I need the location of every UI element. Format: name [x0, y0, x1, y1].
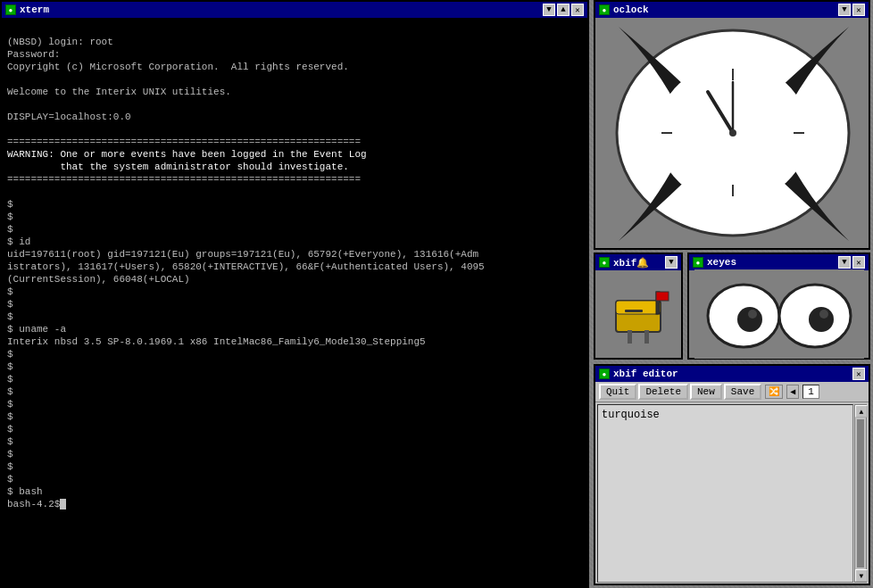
editor-scrollbar: ▲ ▼: [854, 404, 867, 583]
scrollbar-down-btn[interactable]: ▼: [855, 569, 868, 582]
svg-rect-17: [644, 330, 649, 344]
xeyes-body: [689, 270, 869, 358]
editor-window: ● xbif editor ✕ Quit Delete New Save 🔀 ◀…: [594, 364, 870, 585]
editor-close-btn[interactable]: ✕: [852, 368, 865, 380]
xterm-minimize-btn[interactable]: ▼: [543, 4, 555, 16]
entry-counter: 1: [802, 385, 819, 399]
editor-title: xbif editor: [613, 369, 678, 379]
editor-toolbar: Quit Delete New Save 🔀 ◀ 1: [595, 382, 869, 402]
clock-svg: [601, 18, 864, 248]
xbiff-title: xbif🔔: [613, 257, 649, 269]
svg-point-24: [819, 310, 828, 319]
new-button[interactable]: New: [690, 384, 722, 400]
xbiff-title-icon: ●: [599, 257, 610, 268]
oclock-title-icon: ●: [599, 4, 610, 15]
quit-button[interactable]: Quit: [599, 384, 636, 400]
svg-rect-15: [625, 310, 643, 312]
xeyes-svg: [694, 269, 864, 359]
editor-content: turquoise: [602, 409, 660, 421]
oclock-title: oclock: [613, 4, 649, 15]
editor-title-icon: ●: [599, 369, 610, 379]
oclock-iconify-btn[interactable]: ▼: [838, 4, 851, 16]
xterm-window: ● xterm ▼ ▲ ✕ (NBSD) login: root Passwor…: [0, 0, 589, 588]
xterm-title-icon: ●: [5, 4, 16, 15]
xeyes-close-btn[interactable]: ✕: [852, 256, 865, 269]
svg-rect-16: [628, 330, 632, 344]
xeyes-iconify-btn[interactable]: ▼: [838, 256, 851, 269]
save-button[interactable]: Save: [724, 384, 761, 400]
xterm-close-btn[interactable]: ✕: [571, 4, 584, 16]
xbiff-titlebar: ● xbif🔔 ▼: [595, 254, 681, 270]
svg-point-22: [748, 310, 757, 319]
xeyes-window: ● xeyes ▼ ✕: [687, 253, 870, 360]
clock-body: [595, 18, 869, 248]
delete-button[interactable]: Delete: [638, 384, 688, 400]
xterm-maximize-btn[interactable]: ▲: [557, 4, 570, 16]
xbiff-body: [595, 270, 681, 358]
editor-titlebar: ● xbif editor ✕: [595, 366, 869, 382]
svg-point-9: [729, 129, 736, 137]
nav-arrows[interactable]: 🔀: [765, 385, 783, 399]
oclock-window: ● oclock ▼ ✕: [594, 0, 870, 250]
xeyes-title-icon: ●: [693, 257, 703, 268]
scrollbar-track: [857, 419, 864, 567]
editor-text-area[interactable]: turquoise: [597, 404, 853, 583]
xeyes-title: xeyes: [707, 257, 736, 268]
terminal-body[interactable]: (NBSD) login: root Password: Copyright (…: [2, 18, 587, 586]
oclock-titlebar: ● oclock ▼ ✕: [595, 2, 869, 18]
svg-rect-14: [656, 292, 669, 301]
terminal-content: (NBSD) login: root Password: Copyright (…: [7, 37, 485, 509]
xterm-title: xterm: [20, 4, 49, 15]
xbiff-iconify-btn[interactable]: ▼: [665, 256, 678, 269]
editor-content-area: turquoise ▲ ▼: [597, 404, 867, 583]
xterm-titlebar: ● xterm ▼ ▲ ✕: [2, 2, 587, 18]
xterm-controls: ▼ ▲ ✕: [543, 4, 584, 16]
xeyes-titlebar: ● xeyes ▼ ✕: [689, 254, 869, 270]
left-nav-arrow[interactable]: ◀: [786, 385, 799, 399]
scrollbar-up-btn[interactable]: ▲: [855, 405, 868, 418]
xbiff-window: ● xbif🔔 ▼: [594, 253, 683, 360]
xbiff-svg: [603, 278, 674, 350]
oclock-close-btn[interactable]: ✕: [852, 4, 865, 16]
